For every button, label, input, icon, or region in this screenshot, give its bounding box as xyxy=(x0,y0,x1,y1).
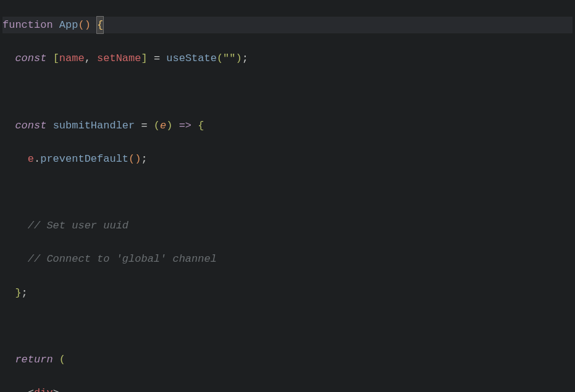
code-line xyxy=(2,84,573,101)
code-line xyxy=(2,184,573,201)
code-line: function App() { xyxy=(2,17,573,33)
code-line: <div> xyxy=(2,385,573,392)
code-line: return ( xyxy=(2,351,573,368)
code-line: const [name, setName] = useState(""); xyxy=(2,50,573,67)
code-line: }; xyxy=(2,285,573,301)
code-editor[interactable]: function App() { const [name, setName] =… xyxy=(0,0,575,392)
code-line: e.preventDefault(); xyxy=(2,151,573,167)
code-line xyxy=(2,318,573,335)
code-line: // Connect to 'global' channel xyxy=(2,251,573,268)
code-line: // Set user uuid xyxy=(2,217,573,234)
code-line: const submitHandler = (e) => { xyxy=(2,117,573,134)
